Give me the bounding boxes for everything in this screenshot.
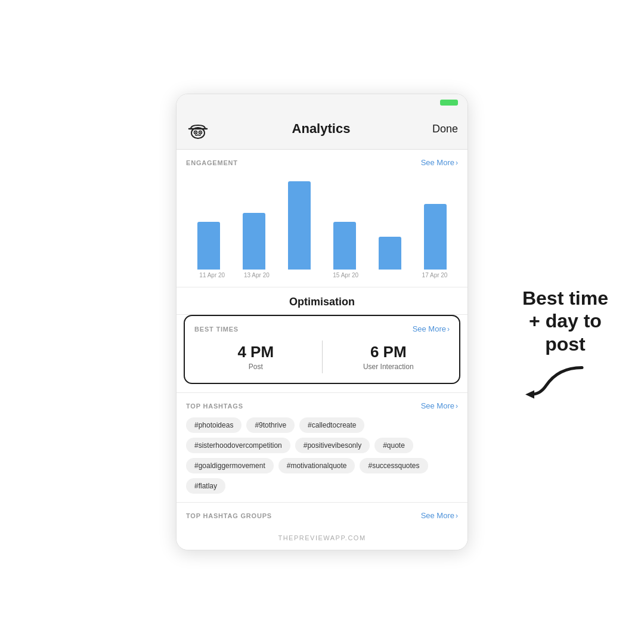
hashtag-tag-0: #photoideas [186,417,242,433]
footer: THEPREVIEWAPP.COM [177,528,467,550]
engagement-see-more[interactable]: See More › [421,158,458,167]
best-times-content: 4 PM Post 6 PM User Interaction [194,340,450,373]
arrow-icon [522,362,594,404]
chart-bar-2 [288,181,311,270]
annotation-line3: post [522,333,608,355]
chart-bar-0 [197,222,220,270]
chart-label-5: 17 Apr 20 [422,272,445,278]
annotation-block: Best time + day to post [522,287,608,403]
chart-label-4 [377,272,400,278]
hashtag-tags-container: #photoideas#9tothrive#calledtocreate#sis… [186,417,458,494]
hashtag-tag-5: #quote [374,438,413,453]
best-times-header: BEST TIMES See More › [194,324,450,333]
chevron-right-icon-4: › [456,512,458,520]
post-time-value: 4 PM [237,343,274,361]
interaction-time-label: User Interaction [363,363,414,371]
annotation-line2: + day to [522,310,608,333]
phone-mockup: Analytics Done ENGAGEMENT See More › 11 … [176,94,468,550]
hashtag-tag-1: #9tothrive [246,417,295,433]
best-times-label: BEST TIMES [194,326,239,333]
svg-point-4 [200,132,201,133]
hashtags-header: TOP HASHTAGS See More › [186,401,458,410]
chart-bar-5 [424,204,447,270]
chart-labels: 11 Apr 2013 Apr 2015 Apr 2017 Apr 20 [186,272,458,278]
hashtag-tag-9: #flatlay [186,478,225,494]
status-indicator [440,100,458,106]
hashtag-tag-6: #goaldiggermovement [186,458,274,473]
best-times-section: BEST TIMES See More › 4 PM Post 6 PM Use… [184,315,460,384]
hashtag-groups-label: TOP HASHTAG GROUPS [186,512,272,519]
chevron-right-icon-2: › [447,325,450,333]
chart-bar-3 [333,222,356,270]
chart-label-3: 15 Apr 20 [333,272,355,278]
chart-bar-4 [379,237,401,270]
interaction-time-block: 6 PM User Interaction [327,340,450,373]
post-time-label: Post [249,363,263,371]
nav-bar: Analytics Done [177,111,467,150]
chevron-right-icon-3: › [456,402,458,410]
hashtags-section: TOP HASHTAGS See More › #photoideas#9tot… [177,393,467,503]
hashtag-tag-4: #positivevibesonly [295,438,370,453]
svg-marker-5 [525,391,534,399]
hashtags-label: TOP HASHTAGS [186,402,243,410]
chart-label-0: 11 Apr 20 [199,272,222,278]
hashtag-tag-8: #successquotes [360,458,428,473]
done-button[interactable]: Done [432,123,458,135]
hashtag-tag-7: #motivationalquote [278,458,355,473]
interaction-time-value: 6 PM [370,343,407,361]
engagement-chart [186,174,458,270]
hashtag-tag-2: #calledtocreate [299,417,364,433]
post-time-block: 4 PM Post [194,340,317,373]
chart-label-2 [289,272,311,278]
app-logo-icon [186,117,210,141]
page-title: Analytics [292,121,351,137]
hashtag-tag-3: #sisterhoodovercompetition [186,438,290,453]
engagement-label: ENGAGEMENT [186,159,238,166]
optimisation-title: Optimisation [177,287,467,315]
hashtag-groups-see-more[interactable]: See More › [421,511,458,520]
best-times-see-more[interactable]: See More › [413,324,450,333]
best-times-wrapper: BEST TIMES See More › 4 PM Post 6 PM Use… [177,315,467,393]
engagement-header: ENGAGEMENT See More › [186,158,458,167]
hashtag-groups-section: TOP HASHTAG GROUPS See More › [177,503,467,528]
annotation-line1: Best time [522,287,608,309]
hashtags-see-more[interactable]: See More › [421,401,458,410]
chevron-right-icon: › [456,159,458,167]
chart-label-1: 13 Apr 20 [244,272,267,278]
engagement-section: ENGAGEMENT See More › 11 Apr 2013 Apr 20… [177,150,467,287]
status-bar [177,94,467,111]
chart-bar-1 [243,213,265,270]
page-wrapper: Analytics Done ENGAGEMENT See More › 11 … [0,0,644,644]
time-divider [322,340,323,373]
svg-point-3 [195,132,196,133]
